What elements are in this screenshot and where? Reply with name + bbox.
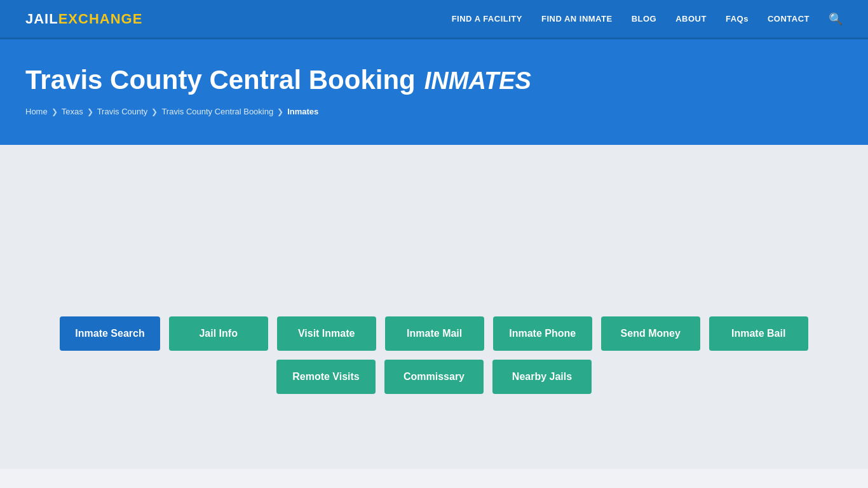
nav-find-inmate[interactable]: FIND AN INMATE: [541, 14, 613, 24]
site-logo[interactable]: JAIL EXCHANGE: [25, 11, 142, 27]
breadcrumb-home[interactable]: Home: [25, 107, 48, 116]
tabs-row-2: Remote Visits Commissary Nearby Jails: [276, 360, 592, 394]
breadcrumb-travis-county[interactable]: Travis County: [97, 107, 148, 116]
nav-blog[interactable]: BLOG: [632, 14, 657, 24]
page-title: Travis County Central Booking INMATES: [25, 65, 843, 95]
tab-nearby-jails[interactable]: Nearby Jails: [492, 360, 592, 394]
logo-jail-text: JAIL: [25, 11, 58, 27]
site-header: JAIL EXCHANGE FIND A FACILITY FIND AN IN…: [0, 0, 868, 39]
logo-exchange-text: EXCHANGE: [58, 11, 143, 27]
tab-visit-inmate[interactable]: Visit Inmate: [277, 316, 376, 351]
page-title-sub: INMATES: [424, 67, 531, 95]
breadcrumb-sep-2: ❯: [87, 107, 93, 116]
tabs-row-1: Inmate Search Jail Info Visit Inmate Inm…: [60, 316, 808, 351]
nav-find-facility[interactable]: FIND A FACILITY: [452, 14, 522, 24]
breadcrumb-facility[interactable]: Travis County Central Booking: [161, 107, 273, 116]
breadcrumb-sep-3: ❯: [151, 107, 158, 116]
main-content: Inmate Search Jail Info Visit Inmate Inm…: [0, 145, 868, 469]
tab-remote-visits[interactable]: Remote Visits: [276, 360, 376, 394]
page-title-main: Travis County Central Booking: [25, 65, 416, 95]
tab-commissary[interactable]: Commissary: [384, 360, 484, 394]
nav-faqs[interactable]: FAQs: [726, 14, 749, 24]
tab-send-money[interactable]: Send Money: [601, 316, 700, 351]
hero-section: Travis County Central Booking INMATES Ho…: [0, 39, 868, 145]
tab-jail-info[interactable]: Jail Info: [169, 316, 268, 351]
search-icon[interactable]: 🔍: [829, 12, 843, 26]
tab-inmate-mail[interactable]: Inmate Mail: [385, 316, 484, 351]
tabs-container: Inmate Search Jail Info Visit Inmate Inm…: [25, 316, 843, 394]
nav-contact[interactable]: CONTACT: [768, 14, 810, 24]
tab-inmate-phone[interactable]: Inmate Phone: [493, 316, 592, 351]
nav-about[interactable]: ABOUT: [675, 14, 707, 24]
main-nav: FIND A FACILITY FIND AN INMATE BLOG ABOU…: [452, 12, 843, 26]
breadcrumb-sep-4: ❯: [277, 107, 283, 116]
tab-inmate-search[interactable]: Inmate Search: [60, 316, 159, 351]
tab-inmate-bail[interactable]: Inmate Bail: [709, 316, 808, 351]
breadcrumb: Home ❯ Texas ❯ Travis County ❯ Travis Co…: [25, 107, 843, 116]
breadcrumb-sep-1: ❯: [51, 107, 58, 116]
breadcrumb-texas[interactable]: Texas: [62, 107, 83, 116]
breadcrumb-current: Inmates: [287, 107, 318, 116]
